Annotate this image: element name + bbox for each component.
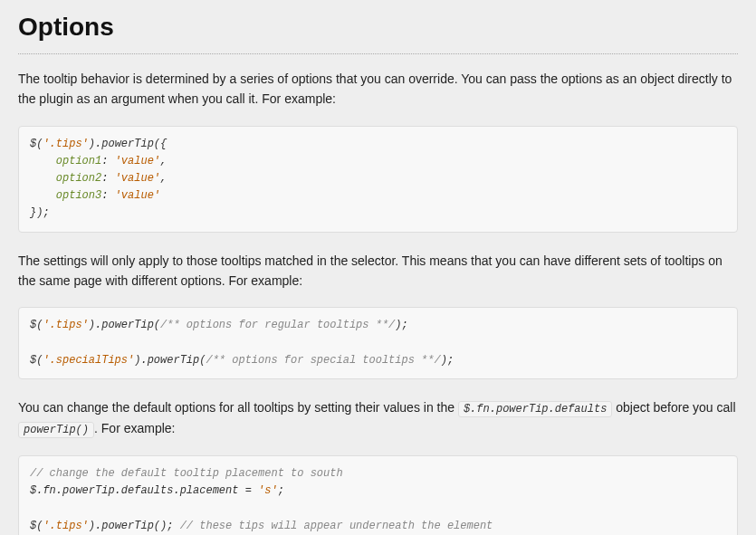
section-rule <box>18 53 738 54</box>
paragraph: The settings will only apply to those to… <box>18 251 738 291</box>
section-heading: Options <box>18 7 738 48</box>
code-block: $('.tips').powerTip(/** options for regu… <box>18 307 738 379</box>
text: You can change the default options for a… <box>18 400 458 415</box>
inline-code: $.fn.powerTip.defaults <box>458 401 612 417</box>
paragraph: You can change the default options for a… <box>18 397 738 439</box>
code-block: $('.tips').powerTip({ option1: 'value', … <box>18 126 738 233</box>
doc-page: Options The tooltip behavior is determin… <box>0 0 756 535</box>
text: . For example: <box>94 421 175 435</box>
text: object before you call <box>612 400 735 415</box>
code-block: // change the default tooltip placement … <box>18 455 738 535</box>
inline-code: powerTip() <box>18 422 94 438</box>
paragraph: The tooltip behavior is determined by a … <box>18 69 738 110</box>
